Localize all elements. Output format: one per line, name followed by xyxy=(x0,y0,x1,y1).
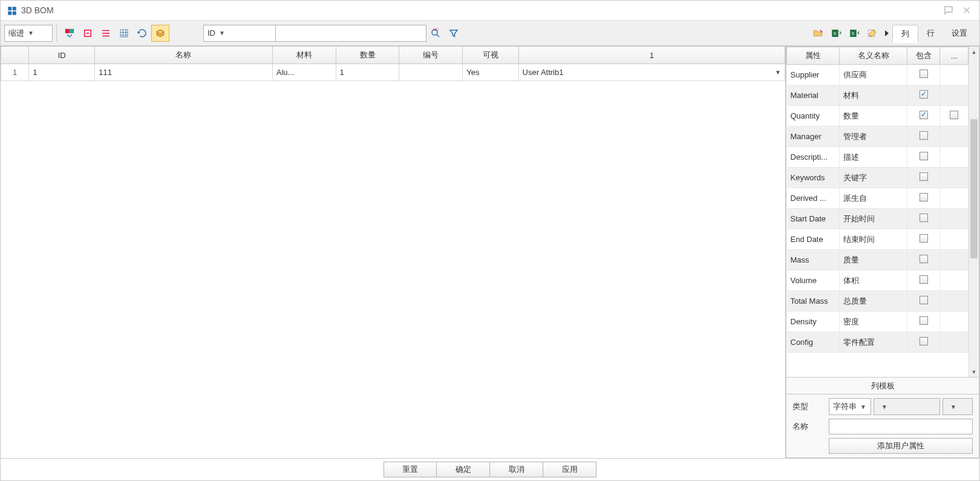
property-row[interactable]: Manager管理者 xyxy=(787,126,969,147)
col-name[interactable]: 名称 xyxy=(95,47,273,64)
more-cell[interactable] xyxy=(940,65,969,85)
include-checkbox[interactable] xyxy=(920,111,928,119)
attr-cell[interactable]: Start Date xyxy=(787,209,840,229)
cell-col1[interactable]: User Attrib1 ▼ xyxy=(518,64,785,81)
property-row[interactable]: Material材料 xyxy=(787,85,969,106)
include-checkbox[interactable] xyxy=(920,131,928,140)
more-cell[interactable] xyxy=(940,188,969,209)
search-input[interactable] xyxy=(275,25,426,42)
filter-button[interactable] xyxy=(445,25,463,42)
include-checkbox[interactable] xyxy=(920,316,928,325)
disp-cell[interactable]: 总质量 xyxy=(840,291,907,312)
col-id[interactable]: ID xyxy=(29,47,95,64)
col-include[interactable]: 包含 xyxy=(907,47,940,65)
include-cell[interactable] xyxy=(907,126,940,147)
include-cell[interactable] xyxy=(907,270,940,291)
more-cell[interactable] xyxy=(940,291,969,312)
include-checkbox[interactable] xyxy=(920,193,928,201)
property-row[interactable]: End Date结束时间 xyxy=(787,229,969,250)
attr-cell[interactable]: Density xyxy=(787,312,840,332)
type-combo[interactable]: 字符串 ▼ xyxy=(829,398,871,415)
disp-cell[interactable]: 派生自 xyxy=(840,188,907,209)
disp-cell[interactable]: 质量 xyxy=(840,250,907,270)
cell-material[interactable]: Alu... xyxy=(272,64,336,81)
property-row[interactable]: Mass质量 xyxy=(787,250,969,270)
col-quantity[interactable]: 数量 xyxy=(336,47,399,64)
include-checkbox[interactable] xyxy=(920,152,928,160)
excel-import-button[interactable]: X xyxy=(827,25,845,42)
feedback-icon[interactable] xyxy=(942,4,955,17)
include-checkbox[interactable] xyxy=(920,337,928,345)
more-cell[interactable] xyxy=(940,126,969,147)
cancel-button[interactable]: 取消 xyxy=(490,462,543,477)
search-field-combo[interactable]: ID ▼ xyxy=(203,25,276,42)
include-cell[interactable] xyxy=(907,209,940,229)
scrollbar-thumb[interactable] xyxy=(970,119,978,258)
include-cell[interactable] xyxy=(907,312,940,332)
property-row[interactable]: Volume体积 xyxy=(787,270,969,291)
attr-cell[interactable]: Supplier xyxy=(787,65,840,85)
col-1[interactable]: 1 xyxy=(518,47,785,64)
overflow-right-icon[interactable] xyxy=(881,25,892,42)
type-secondary-combo[interactable]: ▼ xyxy=(874,398,940,415)
property-row[interactable]: Keywords关键字 xyxy=(787,168,969,188)
cell-name[interactable]: 111 xyxy=(95,64,273,81)
include-cell[interactable] xyxy=(907,229,940,250)
disp-cell[interactable]: 材料 xyxy=(840,85,907,106)
include-checkbox[interactable] xyxy=(920,255,928,263)
include-checkbox[interactable] xyxy=(920,234,928,243)
search-button[interactable]: ABC xyxy=(426,25,445,42)
box-button[interactable] xyxy=(151,25,169,42)
attr-cell[interactable]: Manager xyxy=(787,126,840,147)
more-cell[interactable] xyxy=(940,270,969,291)
include-checkbox[interactable] xyxy=(920,70,928,78)
more-cell[interactable] xyxy=(940,229,969,250)
tab-rows[interactable]: 行 xyxy=(918,24,943,42)
add-user-attr-button[interactable]: 添加用户属性 xyxy=(829,438,973,454)
include-cell[interactable] xyxy=(907,291,940,312)
include-cell[interactable] xyxy=(907,250,940,270)
col-rownum[interactable] xyxy=(1,47,29,64)
property-row[interactable]: Density密度 xyxy=(787,312,969,332)
disp-cell[interactable]: 关键字 xyxy=(840,168,907,188)
col-visible[interactable]: 可视 xyxy=(463,47,518,64)
attr-cell[interactable]: Material xyxy=(787,85,840,106)
include-cell[interactable] xyxy=(907,85,940,106)
property-row[interactable]: Quantity数量 xyxy=(787,106,969,126)
property-row[interactable]: Total Mass总质量 xyxy=(787,291,969,312)
more-cell[interactable] xyxy=(940,168,969,188)
more-cell[interactable] xyxy=(940,209,969,229)
disp-cell[interactable]: 结束时间 xyxy=(840,229,907,250)
scroll-down-icon[interactable]: ▼ xyxy=(969,367,979,377)
include-cell[interactable] xyxy=(907,106,940,126)
attr-cell[interactable]: Descripti... xyxy=(787,147,840,168)
close-icon[interactable] xyxy=(960,4,973,17)
folder-button[interactable] xyxy=(809,25,827,42)
refresh-button[interactable] xyxy=(133,25,151,42)
ok-button[interactable]: 确定 xyxy=(437,462,490,477)
attr-cell[interactable]: End Date xyxy=(787,229,840,250)
edit-button[interactable] xyxy=(863,25,881,42)
cell-rownum[interactable]: 1 xyxy=(1,64,29,81)
reset-button[interactable]: 重置 xyxy=(384,462,437,477)
more-cell[interactable] xyxy=(940,250,969,270)
attr-cell[interactable]: Volume xyxy=(787,270,840,291)
property-row[interactable]: Descripti...描述 xyxy=(787,147,969,168)
more-checkbox[interactable] xyxy=(950,111,958,119)
col-attr[interactable]: 属性 xyxy=(787,47,840,65)
collapse-all-button[interactable] xyxy=(79,25,97,42)
type-third-combo[interactable]: ▼ xyxy=(942,398,973,415)
scroll-up-icon[interactable]: ▲ xyxy=(969,47,979,57)
attr-cell[interactable]: Config xyxy=(787,332,840,353)
disp-cell[interactable]: 描述 xyxy=(840,147,907,168)
attr-cell[interactable]: Mass xyxy=(787,250,840,270)
scrollbar-vertical[interactable]: ▲ ▼ xyxy=(969,47,979,377)
disp-cell[interactable]: 管理者 xyxy=(840,126,907,147)
tab-columns[interactable]: 列 xyxy=(892,25,918,43)
cell-quantity[interactable]: 1 xyxy=(336,64,399,81)
col-material[interactable]: 材料 xyxy=(272,47,336,64)
grid-button[interactable] xyxy=(115,25,133,42)
disp-cell[interactable]: 密度 xyxy=(840,312,907,332)
disp-cell[interactable]: 数量 xyxy=(840,106,907,126)
cell-id[interactable]: 1 xyxy=(29,64,95,81)
